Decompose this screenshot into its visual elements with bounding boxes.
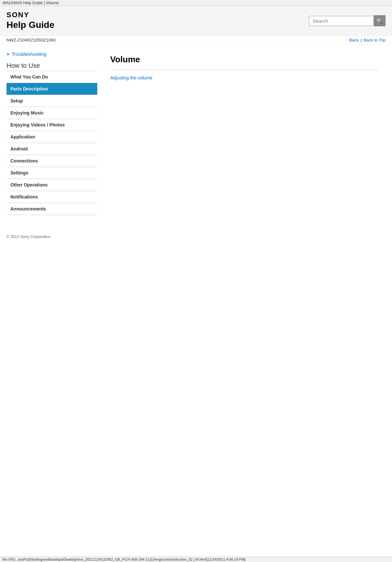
sidebar-item-setup[interactable]: Setup: [6, 95, 97, 107]
sidebar-item-settings[interactable]: Settings: [6, 167, 97, 179]
model-number: NWZ-Z1040/Z1050/Z1060: [6, 38, 56, 42]
sidebar-item-what-you-can-do[interactable]: What You Can Do: [6, 71, 97, 83]
sidebar-item-enjoying-music[interactable]: Enjoying Music: [6, 107, 97, 119]
how-to-use-heading: How to Use: [6, 62, 97, 69]
header-logo-area: SONY Help Guide: [6, 11, 54, 30]
search-input[interactable]: [309, 16, 374, 26]
troubleshooting-label: Troubleshooting: [12, 51, 46, 57]
header-search-area: 🔍: [309, 15, 386, 26]
nav-links: Back | Back to Top: [349, 38, 386, 42]
sidebar-item-other-operations[interactable]: Other Operations: [6, 179, 97, 191]
footer: © 2012 Sony Corporation: [0, 228, 392, 245]
nav-separator: |: [361, 38, 362, 42]
back-link[interactable]: Back: [349, 38, 359, 42]
help-guide-title: Help Guide: [6, 20, 54, 30]
chevron-right-icon: ➤: [6, 52, 10, 56]
nav-bar: NWZ-Z1040/Z1050/Z1060 Back | Back to Top: [0, 36, 392, 45]
content-title: Volume: [110, 54, 379, 65]
content-area: Volume Adjusting the volume: [104, 51, 386, 215]
browser-title: WALKMAN Help Guide | Volume: [3, 1, 59, 5]
sidebar: ➤ Troubleshooting How to Use What You Ca…: [6, 51, 97, 215]
sidebar-item-parts-description[interactable]: Parts Description: [6, 83, 97, 95]
back-to-top-link[interactable]: Back to Top: [363, 38, 386, 42]
content-link-0[interactable]: Adjusting the volume: [110, 75, 379, 80]
sidebar-item-application[interactable]: Application: [6, 131, 97, 143]
header: SONY Help Guide 🔍: [0, 6, 392, 36]
main-container: ➤ Troubleshooting How to Use What You Ca…: [0, 45, 392, 221]
sidebar-item-connections[interactable]: Connections: [6, 155, 97, 167]
sidebar-item-android[interactable]: Android: [6, 143, 97, 155]
search-icon: 🔍: [376, 18, 383, 24]
content-links: Adjusting the volume: [110, 75, 379, 80]
sidebar-items: What You Can DoParts DescriptionSetupEnj…: [6, 71, 97, 215]
copyright-text: © 2012 Sony Corporation: [6, 234, 51, 239]
sidebar-item-enjoying-videos--photos[interactable]: Enjoying Videos / Photos: [6, 119, 97, 131]
sidebar-item-announcements[interactable]: Announcements: [6, 203, 97, 215]
browser-title-bar: WALKMAN Help Guide | Volume: [0, 0, 392, 6]
sidebar-item-notifications[interactable]: Notifications: [6, 191, 97, 203]
search-button[interactable]: 🔍: [374, 15, 386, 26]
content-divider: [110, 70, 379, 70]
troubleshooting-link[interactable]: ➤ Troubleshooting: [6, 51, 97, 57]
sony-logo: SONY: [6, 11, 54, 18]
